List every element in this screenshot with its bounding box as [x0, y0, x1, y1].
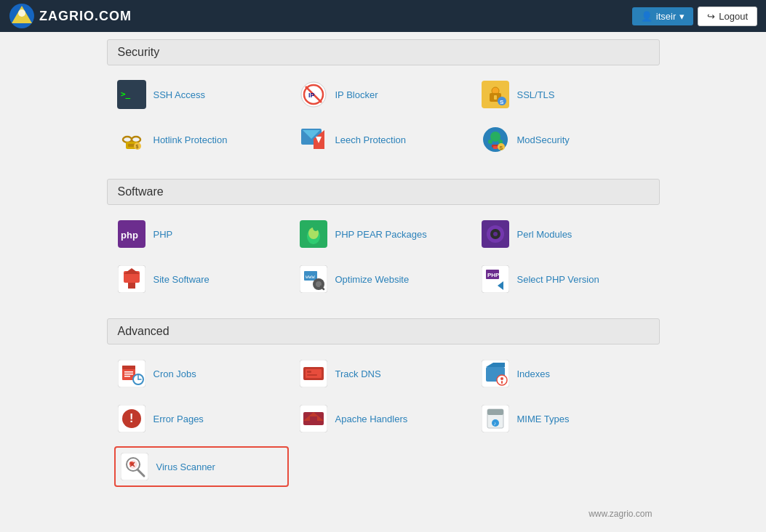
select-php-version-icon: PHP	[481, 265, 510, 294]
apache-handlers-label: Apache Handlers	[335, 414, 408, 424]
item-ssl-tls[interactable]: S SSL/TLS	[478, 77, 653, 112]
svg-text:!: !	[129, 412, 133, 424]
item-apache-handlers[interactable]: Apache Handlers	[296, 401, 471, 436]
item-optimize-website[interactable]: www Optimize Website	[296, 262, 471, 297]
item-error-pages[interactable]: ! Error Pages	[114, 401, 289, 436]
track-dns-label: Track DNS	[335, 368, 381, 379]
svg-point-29	[488, 140, 492, 144]
optimize-website-label: Optimize Website	[335, 274, 410, 285]
dropdown-arrow-icon: ▾	[679, 11, 685, 22]
optimize-website-icon: www	[299, 265, 328, 294]
main-content: Security >_ SSH Access IP IP Blo	[92, 32, 674, 532]
section-security: Security >_ SSH Access IP IP Blo	[107, 39, 660, 164]
section-software-header: Software	[107, 179, 660, 205]
footer-url-text: www.zagrio.com	[589, 509, 652, 519]
item-ssh-access[interactable]: >_ SSH Access	[114, 77, 289, 112]
php-pear-label: PHP PEAR Packages	[335, 229, 427, 240]
item-perl-modules[interactable]: Perl Modules	[478, 217, 653, 251]
virus-scanner-label: Virus Scanner	[156, 462, 215, 472]
indexes-icon	[481, 359, 510, 388]
svg-text:$: $	[135, 144, 138, 150]
item-php[interactable]: php PHP	[114, 217, 289, 251]
item-virus-scanner[interactable]: Virus Scanner	[114, 446, 289, 487]
perl-modules-label: Perl Modules	[517, 229, 572, 240]
cron-jobs-icon	[117, 359, 146, 388]
error-pages-label: Error Pages	[153, 414, 204, 424]
error-pages-icon: !	[117, 404, 146, 433]
apache-handlers-icon	[299, 404, 328, 433]
ip-blocker-label: IP Blocker	[335, 89, 378, 100]
item-leech-protection[interactable]: Leech Protection	[296, 122, 471, 157]
leech-protection-icon	[299, 125, 328, 154]
svg-rect-88	[487, 409, 503, 415]
svg-point-77	[500, 377, 503, 380]
modsecurity-label: ModSecurity	[517, 134, 570, 145]
section-security-header: Security	[107, 39, 660, 65]
svg-text:PHP: PHP	[487, 272, 500, 278]
item-ip-blocker[interactable]: IP IP Blocker	[296, 77, 471, 112]
item-modsecurity[interactable]: S ModSecurity	[478, 122, 653, 157]
svg-rect-78	[501, 381, 503, 384]
section-software-title: Software	[118, 185, 164, 198]
item-hotlink-protection[interactable]: $ Hotlink Protection	[114, 122, 289, 157]
logout-button[interactable]: ↪ Logout	[698, 7, 757, 26]
ssh-access-icon: >_	[117, 80, 146, 109]
select-php-version-label: Select PHP Version	[517, 274, 599, 285]
svg-rect-62	[124, 371, 133, 373]
modsecurity-icon: S	[481, 125, 510, 154]
perl-modules-icon	[481, 219, 510, 249]
svg-rect-48	[128, 283, 135, 289]
svg-text:IP: IP	[308, 92, 315, 99]
hotlink-protection-icon: $	[117, 125, 146, 154]
user-button[interactable]: 👤 itseir ▾	[632, 7, 693, 25]
site-software-icon	[117, 265, 146, 294]
ip-blocker-icon: IP	[299, 80, 328, 109]
svg-rect-85	[310, 416, 317, 422]
svg-rect-70	[306, 369, 322, 378]
header: ZAGRIO.COM 👤 itseir ▾ ↪ Logout	[0, 0, 766, 32]
user-icon: 👤	[641, 11, 653, 22]
mime-types-label: MIME Types	[517, 414, 570, 424]
svg-rect-63	[124, 374, 133, 375]
cron-jobs-label: Cron Jobs	[153, 368, 196, 379]
virus-scanner-icon	[120, 452, 149, 481]
advanced-items-grid: Cron Jobs Track DNS	[107, 356, 660, 494]
php-icon: php	[117, 219, 146, 249]
ssl-tls-icon: S	[481, 80, 510, 109]
php-pear-icon	[299, 219, 328, 249]
svg-rect-72	[307, 374, 317, 376]
item-indexes[interactable]: Indexes	[478, 356, 653, 391]
section-advanced: Advanced Cron Job	[107, 318, 660, 494]
svg-text:www: www	[306, 274, 315, 280]
item-track-dns[interactable]: Track DNS	[296, 356, 471, 391]
section-software: Software php PHP	[107, 179, 660, 304]
user-label: itseir	[656, 11, 676, 22]
mime-types-icon: ♪	[481, 404, 510, 433]
software-items-grid: php PHP PHP PEAR Packages	[107, 217, 660, 304]
svg-rect-32	[493, 146, 498, 149]
svg-rect-71	[307, 371, 311, 373]
item-mime-types[interactable]: ♪ MIME Types	[478, 401, 653, 436]
svg-text:php: php	[121, 230, 138, 241]
section-advanced-header: Advanced	[107, 318, 660, 344]
svg-text:>_: >_	[121, 89, 131, 99]
item-php-pear[interactable]: PHP PEAR Packages	[296, 217, 471, 251]
item-site-software[interactable]: Site Software	[114, 262, 289, 297]
svg-rect-61	[122, 366, 135, 369]
logo-text: ZAGRIO.COM	[39, 9, 132, 24]
indexes-label: Indexes	[517, 368, 551, 379]
item-select-php-version[interactable]: PHP Select PHP Version	[478, 262, 653, 297]
section-security-title: Security	[118, 46, 160, 58]
leech-protection-label: Leech Protection	[335, 134, 407, 145]
track-dns-icon	[299, 359, 328, 388]
section-advanced-title: Advanced	[118, 325, 169, 337]
svg-point-30	[498, 140, 503, 144]
ssl-tls-label: SSL/TLS	[517, 89, 555, 100]
logo: ZAGRIO.COM	[9, 3, 132, 29]
php-label: PHP	[153, 229, 173, 240]
security-items-grid: >_ SSH Access IP IP Blocker	[107, 77, 660, 164]
item-cron-jobs[interactable]: Cron Jobs	[114, 356, 289, 391]
svg-point-40	[313, 224, 319, 231]
svg-text:♪: ♪	[493, 421, 496, 426]
hotlink-protection-label: Hotlink Protection	[153, 134, 228, 145]
